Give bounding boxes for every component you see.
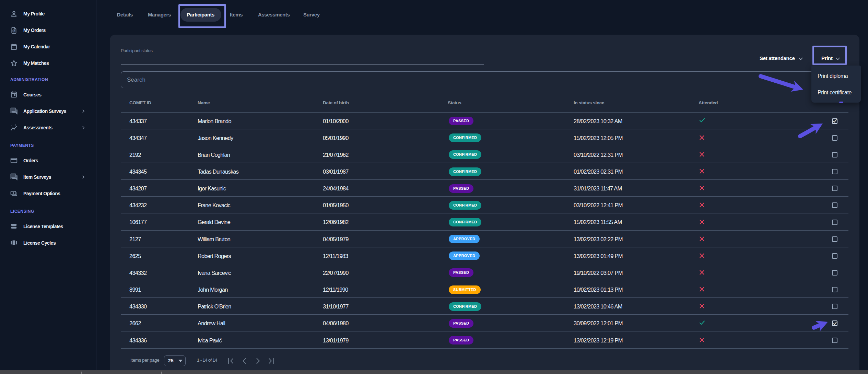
svg-text:$: $ bbox=[13, 30, 15, 33]
